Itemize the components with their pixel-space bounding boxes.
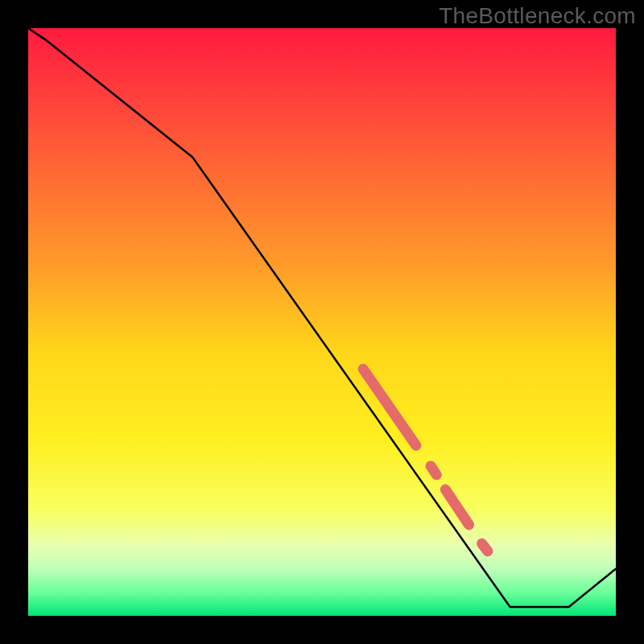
bottleneck-chart — [0, 0, 644, 644]
highlight-segment — [431, 466, 436, 475]
plot-background — [28, 28, 616, 616]
watermark-text: TheBottleneck.com — [439, 3, 636, 29]
highlight-segment — [482, 543, 488, 551]
chart-stage: TheBottleneck.com — [0, 0, 644, 644]
